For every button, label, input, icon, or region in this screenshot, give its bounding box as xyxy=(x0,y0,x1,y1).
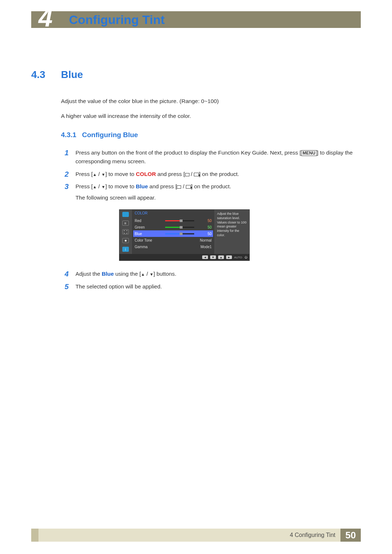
green-slider xyxy=(165,227,194,228)
page-header: 4 Configuring Tint xyxy=(31,11,361,28)
subsection-heading: 4.3.1 Configuring Blue xyxy=(61,131,361,139)
nav-down-icon: ▼ xyxy=(210,255,216,259)
keyword-color: COLOR xyxy=(136,171,156,177)
osd-row-blue-selected: Blue 50 xyxy=(133,230,213,237)
down-arrow-icon xyxy=(101,171,105,177)
down-arrow-icon xyxy=(150,271,154,277)
osd-value: 50 xyxy=(198,219,212,223)
nav-right-icon: ► xyxy=(226,255,232,259)
step-followup: The following screen will appear. xyxy=(75,193,361,202)
text: and press [ xyxy=(156,171,185,177)
text: Press [ xyxy=(75,171,93,177)
text: using the [ xyxy=(114,271,141,277)
page-content: 4.3 Blue Adjust the value of the color b… xyxy=(31,69,361,295)
nav-left-icon: ◄ xyxy=(202,255,208,259)
osd-value: Normal xyxy=(200,238,212,242)
step-text: The selected option will be applied. xyxy=(75,282,361,291)
nav-up-icon: ▲ xyxy=(218,255,224,259)
step-number: 5 xyxy=(65,282,75,291)
subsection-title: Configuring Blue xyxy=(82,131,138,139)
red-slider xyxy=(165,220,194,221)
osd-title: COLOR xyxy=(135,211,212,215)
subsection-number: 4.3.1 xyxy=(61,131,82,139)
osd-value: Mode1 xyxy=(200,245,212,249)
select-icon xyxy=(177,185,181,189)
osd-label: Color Tone xyxy=(135,238,200,242)
step-4: 4 Adjust the Blue using the [ / ] button… xyxy=(65,270,361,278)
menu-button-icon: MENU xyxy=(301,150,317,156)
size-icon xyxy=(122,229,129,234)
up-arrow-icon xyxy=(141,271,145,277)
section-paragraph: Adjust the value of the color blue in th… xyxy=(61,98,361,105)
step-number: 3 xyxy=(65,182,75,191)
step-number: 4 xyxy=(65,270,75,278)
section-heading: 4.3 Blue xyxy=(31,69,361,81)
step-number: 2 xyxy=(65,170,75,178)
osd-help-pane: Adjust the blue saturation level. Values… xyxy=(215,210,249,254)
source-icon xyxy=(186,185,191,189)
osd-screenshot: ≡ i COLOR Red 50 Green xyxy=(119,209,361,261)
text: ] on the product. xyxy=(199,171,239,177)
chapter-emblem: 4 xyxy=(38,3,52,32)
footer-chapter-ref: 4 Configuring Tint xyxy=(38,529,340,542)
blue-slider xyxy=(165,233,194,234)
text: and press [ xyxy=(148,183,177,189)
text: Press any button on the front of the pro… xyxy=(75,149,301,156)
step-text: Press [ / ] to move to Blue and press [ … xyxy=(75,182,361,202)
osd-nav-bar: ◄ ▼ ▲ ► AUTO ⏻ xyxy=(119,254,249,260)
text: Adjust the xyxy=(75,271,102,277)
text: ] on the product. xyxy=(191,183,231,189)
step-text: Adjust the Blue using the [ / ] buttons. xyxy=(75,270,361,278)
footer-page-number: 50 xyxy=(340,529,361,542)
osd-row-green: Green 50 xyxy=(135,224,212,230)
osd-label: Blue xyxy=(135,232,165,236)
chapter-title: Configuring Tint xyxy=(69,13,165,27)
power-icon: ⏻ xyxy=(244,256,247,259)
list-icon: ≡ xyxy=(122,221,129,226)
osd-row-colortone: Color Tone Normal xyxy=(135,237,212,243)
keyword-blue: Blue xyxy=(136,183,148,189)
monitor-icon xyxy=(122,212,129,217)
section-title: Blue xyxy=(61,69,83,81)
step-2: 2 Press [ / ] to move to COLOR and press… xyxy=(65,170,361,178)
text: ] buttons. xyxy=(154,271,176,277)
select-icon xyxy=(185,173,189,176)
section-paragraph: A higher value will increase the intensi… xyxy=(61,112,361,120)
osd-label: Red xyxy=(135,219,165,223)
nav-auto-label: AUTO xyxy=(234,256,242,259)
page-footer: 4 Configuring Tint 50 xyxy=(31,529,361,542)
step-5: 5 The selected option will be applied. xyxy=(65,282,361,291)
up-arrow-icon xyxy=(93,183,97,189)
down-arrow-icon xyxy=(101,183,105,189)
step-1: 1 Press any button on the front of the p… xyxy=(65,148,361,166)
section-number: 4.3 xyxy=(31,69,61,81)
step-3: 3 Press [ / ] to move to Blue and press … xyxy=(65,182,361,202)
text: Press [ xyxy=(75,183,93,189)
osd-label: Green xyxy=(135,225,165,229)
osd-panel: COLOR Red 50 Green 50 Blue xyxy=(132,210,215,254)
osd-row-gamma: Gamma Mode1 xyxy=(135,243,212,250)
text: ] to move to xyxy=(105,183,136,189)
step-text: Press [ / ] to move to COLOR and press [… xyxy=(75,170,361,178)
source-icon xyxy=(194,173,199,176)
step-text: Press any button on the front of the pro… xyxy=(75,148,361,166)
step-number: 1 xyxy=(65,148,75,157)
text: ] to move to xyxy=(105,171,136,177)
gear-icon xyxy=(122,238,129,243)
info-icon: i xyxy=(122,247,129,252)
osd-label: Gamma xyxy=(135,245,200,249)
up-arrow-icon xyxy=(93,171,97,177)
osd-value: 50 xyxy=(198,225,212,229)
footer-accent xyxy=(31,529,38,542)
osd-value: 50 xyxy=(198,232,212,236)
keyword-blue: Blue xyxy=(102,271,114,277)
osd-row-red: Red 50 xyxy=(135,217,212,224)
osd-sidebar: ≡ i xyxy=(119,210,132,254)
